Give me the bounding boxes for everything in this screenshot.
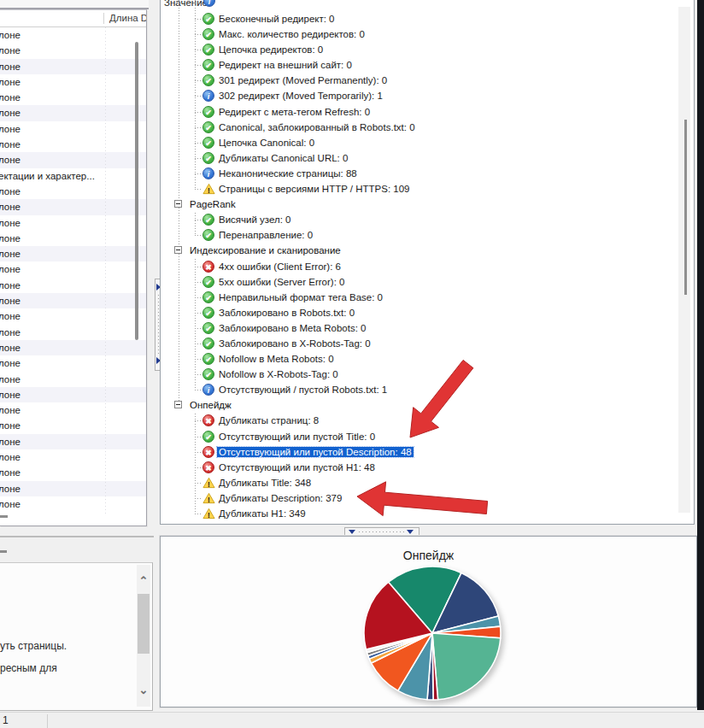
- text-panel-scrollbar[interactable]: ⌃ ⌄: [137, 565, 150, 707]
- tree-item-label: 301 редирект (Moved Permanently): 0: [217, 75, 389, 85]
- tree-connector-stub: [195, 19, 202, 20]
- table-row[interactable]: лоне: [0, 449, 146, 465]
- table-row[interactable]: лоне: [0, 184, 146, 199]
- tree-column-header[interactable]: Значение: [164, 0, 208, 8]
- table-row[interactable]: лоне: [0, 105, 146, 120]
- tree-item[interactable]: ✔Макс. количество редиректов: 0: [161, 26, 673, 42]
- table-row[interactable]: лоне: [0, 90, 146, 105]
- table-cell-text: лоне: [0, 484, 21, 494]
- table-row[interactable]: лоне: [0, 261, 146, 277]
- table-row[interactable]: лоне: [0, 308, 146, 324]
- table-cell-text: лоне: [0, 139, 21, 150]
- tree-scrollbar-thumb[interactable]: [684, 120, 687, 295]
- tree-item[interactable]: ✔Цепочка редиректов: 0: [161, 42, 673, 57]
- svg-text:!: !: [208, 496, 210, 504]
- table-row[interactable]: лоне: [0, 27, 146, 43]
- tree-item[interactable]: ✔Заблокировано в Robots.txt: 0: [161, 305, 673, 320]
- table-row[interactable]: лоне: [0, 387, 146, 402]
- collapse-toggle[interactable]: [174, 200, 182, 208]
- table-cell-text: лоне: [0, 327, 21, 338]
- table-row[interactable]: лоне: [0, 355, 146, 371]
- tree-connector-stub: [195, 96, 202, 97]
- tree-connector-stub: [195, 50, 202, 50]
- info-icon: i: [202, 384, 214, 396]
- tree-item[interactable]: i302 редирект (Moved Temporarily): 1: [161, 88, 673, 103]
- collapse-down-icon[interactable]: [349, 530, 355, 534]
- table-row[interactable]: лоне: [0, 481, 146, 496]
- tree-item[interactable]: ✔Редирект с мета-тегом Refresh: 0: [161, 104, 673, 120]
- tree-item[interactable]: ✔Висячий узел: 0: [161, 212, 673, 227]
- tree-item[interactable]: ✖4xx ошибки (Client Error): 6: [161, 259, 673, 274]
- tree-item[interactable]: ✔Canonical, заблокированный в Robots.txt…: [161, 120, 673, 135]
- table-row[interactable]: ектации и характер...: [0, 168, 146, 184]
- table-cell-text: лоне: [0, 296, 21, 306]
- table-row[interactable]: лоне: [0, 325, 146, 340]
- table-row[interactable]: лоне: [0, 43, 146, 58]
- table-row[interactable]: лоне: [0, 496, 146, 512]
- table-row[interactable]: лоне: [0, 152, 146, 167]
- scroll-down-icon[interactable]: ⌄: [137, 684, 150, 696]
- table-row[interactable]: лоне: [0, 340, 146, 355]
- table-cell-text: лоне: [0, 452, 21, 462]
- table-row[interactable]: лоне: [0, 465, 146, 480]
- tree-group-row[interactable]: PageRank: [161, 197, 673, 212]
- table-row[interactable]: лоне: [0, 121, 146, 137]
- column-header-length[interactable]: Длина D: [109, 13, 147, 23]
- collapse-down-icon[interactable]: [407, 530, 414, 534]
- tree-item[interactable]: !Дубликаты Description: 379: [161, 490, 673, 506]
- tree-item[interactable]: iОтсутствующий / пустой Robots.txt: 1: [161, 382, 673, 397]
- table-cell-text: лоне: [0, 186, 21, 197]
- table-row[interactable]: лоне: [0, 74, 146, 90]
- tree-item[interactable]: ✔Бесконечный редирект: 0: [161, 11, 673, 26]
- tree-item[interactable]: ✔Заблокировано в Meta Robots: 0: [161, 320, 673, 336]
- tree-item[interactable]: !Дубликаты H1: 349: [161, 506, 673, 521]
- table-row[interactable]: лоне: [0, 293, 146, 308]
- table-vertical-scrollbar-thumb[interactable]: [135, 42, 138, 340]
- tree-item[interactable]: ✖Отсутствующий или пустой Description: 4…: [161, 444, 673, 460]
- scrollbar-thumb[interactable]: [138, 594, 150, 654]
- collapse-toggle[interactable]: [174, 246, 182, 254]
- table-header-row[interactable]: Длина D: [0, 10, 146, 27]
- tree-item[interactable]: iНеканонические страницы: 88: [161, 166, 673, 181]
- tree-item[interactable]: ✔Цепочка Canonical: 0: [161, 135, 673, 150]
- tree-item[interactable]: ✔Неправильный формат тега Base: 0: [161, 290, 673, 305]
- table-row[interactable]: лоне: [0, 137, 146, 152]
- table-row[interactable]: лоне: [0, 231, 146, 246]
- table-row[interactable]: лоне: [0, 372, 146, 387]
- tree-item[interactable]: ✔301 редирект (Moved Permanently): 0: [161, 73, 673, 88]
- table-row[interactable]: лоне: [0, 278, 146, 293]
- tree-group-row[interactable]: Индексирование и сканирование: [161, 243, 673, 258]
- table-row[interactable]: лоне: [0, 215, 146, 231]
- tree-item[interactable]: ✖Дубликаты страниц: 8: [161, 413, 673, 428]
- table-row[interactable]: лоне: [0, 199, 146, 214]
- table-horizontal-scrollbar-thumb[interactable]: [0, 515, 8, 518]
- table-row[interactable]: лоне: [0, 59, 146, 74]
- table-row[interactable]: лоне: [0, 418, 146, 433]
- tree-item[interactable]: ✔Перенаправление: 0: [161, 227, 673, 243]
- tree-item[interactable]: ✔Заблокировано в X-Robots-Tag: 0: [161, 336, 673, 351]
- tree-connector-stub: [195, 390, 202, 390]
- table-row[interactable]: лоне: [0, 434, 146, 449]
- scroll-up-icon[interactable]: ⌃: [137, 575, 150, 587]
- table-row[interactable]: лоне: [0, 402, 146, 418]
- collapse-toggle[interactable]: [174, 401, 182, 408]
- table-row[interactable]: лоне: [0, 246, 146, 261]
- tree-item[interactable]: ✔5xx ошибки (Server Error): 0: [161, 274, 673, 290]
- tree-group-row[interactable]: Онпейдж: [161, 397, 673, 413]
- ui-fragment-dash: [0, 550, 7, 553]
- status-bar: 1: [0, 712, 704, 728]
- tree-item[interactable]: ✔Редирект на внешний сайт: 0: [161, 57, 673, 73]
- status-divider: [47, 714, 48, 728]
- tree-item[interactable]: !Дубликаты Title: 348: [161, 475, 673, 490]
- tree-connector-stub: [195, 189, 202, 190]
- table-cell-text: лоне: [0, 390, 21, 400]
- tree-item[interactable]: ✖Отсутствующий или пустой H1: 48: [161, 460, 673, 475]
- tree-item[interactable]: ✔Nofollow в X-Robots-Tag: 0: [161, 367, 673, 382]
- tree-item[interactable]: ✔Дубликаты Canonical URL: 0: [161, 150, 673, 166]
- tree-item-label: Дубликаты H1: 349: [217, 508, 308, 519]
- tree-scrollbar[interactable]: [678, 7, 690, 513]
- tree-item[interactable]: ✔Nofollow в Meta Robots: 0: [161, 351, 673, 367]
- tree-item[interactable]: !Страницы с версиями HTTP / HTTPS: 109: [161, 181, 673, 197]
- tree-item[interactable]: ✔Отсутствующий или пустой Title: 0: [161, 429, 673, 444]
- clipped-info-icon: i: [203, 0, 215, 7]
